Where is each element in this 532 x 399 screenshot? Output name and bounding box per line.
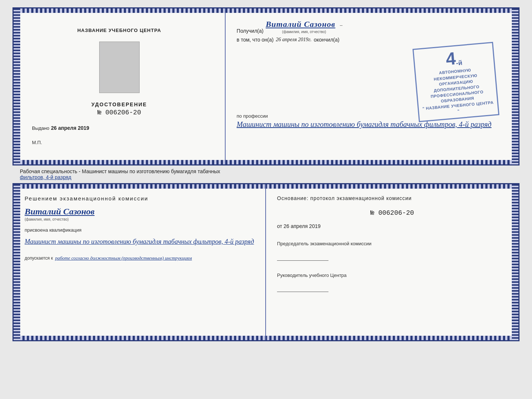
director-block: Руководитель учебного Центра <box>277 272 507 292</box>
cert-left-content: НАЗВАНИЕ УЧЕБНОГО ЦЕНТРА УДОСТОВЕРЕНИЕ №… <box>25 16 214 157</box>
recipient-prefix: Получил(а) <box>237 28 263 34</box>
cert-number: № 006206-20 <box>91 109 147 116</box>
middle-prefix: Рабочая специальность - Машинист машины … <box>20 168 220 174</box>
chairman-block: Председатель экзаменационной комиссии <box>277 240 507 261</box>
date-prefix: в том, что он(а) <box>237 37 274 43</box>
right-strip-decoration <box>512 8 518 164</box>
admission-text: работе согласно должностным (производств… <box>55 255 192 261</box>
document-wrapper: НАЗВАНИЕ УЧЕБНОГО ЦЕНТРА УДОСТОВЕРЕНИЕ №… <box>12 7 520 341</box>
chairman-label: Председатель экзаменационной комиссии <box>277 240 507 247</box>
middle-underline: фильтров, 4-й разряд <box>20 174 71 180</box>
cert-title: УДОСТОВЕРЕНИЕ <box>91 101 147 107</box>
cert-left-panel: НАЗВАНИЕ УЧЕБНОГО ЦЕНТРА УДОСТОВЕРЕНИЕ №… <box>14 8 226 164</box>
qualification-text: Машинист машины по изготовлению бумагидл… <box>25 236 254 247</box>
profession-text: Машинист машины по изготовлению бумагидл… <box>237 119 507 130</box>
cert-title-block: УДОСТОВЕРЕНИЕ № 006206-20 <box>91 101 147 116</box>
admission-block: допускается к работе согласно должностны… <box>25 255 254 261</box>
issued-block: Выдано 26 апреля 2019 <box>28 125 210 131</box>
certificate-top: НАЗВАНИЕ УЧЕБНОГО ЦЕНТРА УДОСТОВЕРЕНИЕ №… <box>12 7 520 165</box>
recipient-subtitle: (фамилия, имя, отчество) <box>266 30 342 34</box>
issued-label: Выдано <box>32 125 49 131</box>
protocol-date-value: 26 апреля 2019 <box>284 223 321 229</box>
bottom-left-panel: Решением экзаменационной комиссии Витали… <box>14 184 266 340</box>
mp-label: М.П. <box>28 140 42 145</box>
recipient-line: Получил(а) Виталий Сазонов – (фамилия, и… <box>237 19 507 34</box>
person-name: Виталий Сазонов <box>25 207 254 217</box>
date-suffix: окончил(а) <box>314 37 339 43</box>
protocol-number: № 006206-20 <box>277 209 507 217</box>
stamp-suffix: -й <box>456 59 463 67</box>
middle-text-strip: Рабочая специальность - Машинист машины … <box>12 165 520 183</box>
director-signature-line <box>277 285 328 292</box>
recipient-dash: – <box>340 22 342 28</box>
date-value: 26 апреля 2019г. <box>276 37 312 43</box>
cert-right-panel: Получил(а) Виталий Сазонов – (фамилия, и… <box>226 8 518 164</box>
director-label: Руководитель учебного Центра <box>277 272 507 279</box>
commission-title: Решением экзаменационной комиссии <box>25 195 254 202</box>
photo-placeholder <box>99 42 140 93</box>
bottom-right-panel: Основание: протокол экзаменационной коми… <box>266 184 518 340</box>
protocol-date: от 26 апреля 2019 <box>277 223 507 229</box>
recipient-name: Виталий Сазонов <box>266 19 335 29</box>
admission-prefix: допускается к <box>25 256 53 261</box>
stamp-number: 4 <box>445 50 457 68</box>
person-block: Виталий Сазонов (фамилия, имя, отчество) <box>25 205 254 221</box>
basis-label: Основание: протокол экзаменационной коми… <box>277 195 507 201</box>
person-subtitle: (фамилия, имя, отчество) <box>25 217 254 221</box>
issued-date: 26 апреля 2019 <box>51 125 89 131</box>
chairman-signature-line <box>277 253 328 261</box>
date-line: в том, что он(а) 26 апреля 2019г. окончи… <box>237 37 507 43</box>
bottom-cert-right-strip <box>512 184 518 340</box>
certificate-bottom: Решением экзаменационной комиссии Витали… <box>12 183 520 341</box>
stamp-overlay: 4 -й АВТОНОМНУЮ НЕКОММЕРЧЕСКУЮ ОРГАНИЗАЦ… <box>413 42 500 122</box>
protocol-date-prefix: от <box>277 223 282 229</box>
qualification-label: присвоена квалификация <box>25 227 254 233</box>
org-name: НАЗВАНИЕ УЧЕБНОГО ЦЕНТРА <box>73 28 165 33</box>
